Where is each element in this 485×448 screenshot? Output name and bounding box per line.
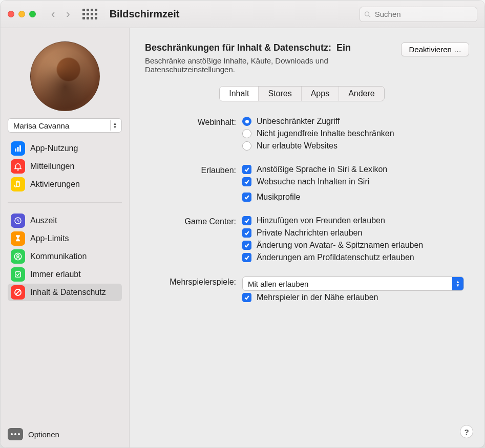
gamecenter-label: Private Nachrichten erlauben [257, 228, 362, 238]
sidebar-item-app-usage[interactable]: App-Nutzung [8, 140, 122, 157]
svg-line-11 [16, 290, 20, 295]
allow-label: Websuche nach Inhalten in Siri [257, 177, 369, 186]
tab-andere[interactable]: Andere [339, 87, 384, 101]
close-window-button[interactable] [8, 11, 14, 17]
gamecenter-checkbox-2[interactable]: Änderung von Avatar- & Spitznamen erlaub… [242, 241, 464, 250]
window-title: Bildschirmzeit [110, 8, 180, 20]
tab-apps[interactable]: Apps [302, 87, 339, 101]
help-button[interactable]: ? [460, 425, 473, 438]
gamecenter-checkbox-1[interactable]: Private Nachrichten erlauben [242, 228, 464, 238]
chevron-updown-icon: ▲▼ [452, 277, 463, 290]
bars-icon [11, 141, 25, 156]
webcontent-option-1[interactable]: Nicht jugendfreie Inhalte beschränken [242, 129, 464, 138]
gamecenter-label: Änderungen am Profildatenschutz erlauben [257, 253, 414, 262]
webcontent-option-0[interactable]: Unbeschränkter Zugriff [242, 117, 464, 126]
toolbar: ‹ › Bildschirmzeit [1, 1, 484, 28]
allow-label: Erlauben: [155, 165, 242, 175]
show-all-prefs-button[interactable] [82, 9, 97, 19]
sidebar-item-app-limits[interactable]: App-Limits [8, 230, 122, 247]
nearby-multiplayer-checkbox[interactable]: Mehrspieler in der Nähe erlauben [242, 293, 464, 302]
pickup-icon [11, 177, 25, 191]
checkbox-icon [242, 193, 251, 202]
bell-icon [11, 159, 25, 174]
svg-rect-4 [19, 145, 21, 152]
content-subheading: Beschränke anstößige Inhalte, Käufe, Dow… [145, 56, 394, 74]
svg-line-1 [369, 15, 370, 17]
content-heading: Beschränkungen für Inhalt & Datenschutz:… [145, 42, 394, 53]
svg-point-8 [17, 254, 19, 257]
radio-icon [242, 141, 251, 151]
multiplayer-select[interactable]: Mit allen erlauben ▲▼ [242, 276, 464, 291]
allow-extra-checkbox-0[interactable]: Musikprofile [242, 193, 464, 202]
tab-inhalt[interactable]: Inhalt [220, 87, 259, 101]
sidebar-item-label: Aktivierungen [30, 180, 80, 189]
checkbox-icon [242, 293, 251, 302]
sidebar-item-always-allowed[interactable]: Immer erlaubt [8, 266, 122, 283]
options-button[interactable]: Optionen [8, 428, 122, 440]
back-button[interactable]: ‹ [51, 9, 55, 20]
sidebar-item-content-privacy[interactable]: Inhalt & Datenschutz [8, 284, 122, 301]
checkbox-icon [242, 177, 251, 186]
allow-checkbox-0[interactable]: Anstößige Sprache in Siri & Lexikon [242, 165, 464, 174]
radio-icon [242, 117, 251, 126]
checkshield-icon [11, 267, 25, 282]
sidebar-item-label: Auszeit [30, 216, 57, 225]
sidebar-item-communication[interactable]: Kommunikation [8, 248, 122, 265]
checkbox-icon [242, 216, 251, 225]
svg-rect-2 [15, 148, 16, 152]
gamecenter-checkbox-3[interactable]: Änderungen am Profildatenschutz erlauben [242, 253, 464, 262]
search-icon [364, 11, 371, 18]
nosign-icon [11, 285, 25, 300]
window-controls [8, 11, 36, 17]
user-select-value: Marisa Cavanna [13, 121, 69, 130]
allow-checkbox-1[interactable]: Websuche nach Inhalten in Siri [242, 177, 464, 186]
sidebar-item-notifications[interactable]: Mitteilungen [8, 158, 122, 175]
gamecenter-label: Game Center: [155, 216, 242, 226]
ellipsis-icon [8, 428, 23, 440]
sidebar-item-label: Immer erlaubt [30, 270, 81, 279]
sidebar-separator [8, 202, 122, 203]
tab-bar: InhaltStoresAppsAndere [219, 86, 384, 101]
sidebar-item-downtime[interactable]: Auszeit [8, 212, 122, 229]
svg-rect-9 [15, 272, 21, 278]
checkbox-icon [242, 228, 251, 238]
multiplayer-select-value: Mit allen erlauben [248, 280, 308, 288]
sidebar-item-label: Mitteilungen [30, 162, 74, 171]
search-input[interactable] [374, 9, 473, 19]
options-label: Optionen [28, 430, 59, 439]
webcontent-option-label: Nicht jugendfreie Inhalte beschränken [257, 129, 394, 138]
sidebar-item-pickups[interactable]: Aktivierungen [8, 176, 122, 193]
svg-point-0 [365, 12, 369, 16]
multiplayer-label: Mehrspielerspiele: [155, 276, 242, 287]
gamecenter-label: Änderung von Avatar- & Spitznamen erlaub… [257, 241, 423, 250]
sidebar-item-label: Kommunikation [30, 252, 87, 261]
allow-label: Anstößige Sprache in Siri & Lexikon [257, 165, 387, 174]
checkbox-icon [242, 253, 251, 262]
sidebar-item-label: App-Limits [30, 234, 69, 243]
chevron-updown-icon: ▲▼ [110, 120, 119, 131]
gamecenter-checkbox-0[interactable]: Hinzufügen von Freunden erlauben [242, 216, 464, 225]
search-field[interactable] [360, 7, 477, 22]
minimize-window-button[interactable] [18, 11, 25, 17]
webcontent-option-2[interactable]: Nur erlaubte Websites [242, 141, 464, 151]
tab-stores[interactable]: Stores [259, 87, 301, 101]
webcontent-option-label: Unbeschränkter Zugriff [257, 117, 340, 126]
clockmoon-icon [11, 214, 25, 228]
prefs-window: ‹ › Bildschirmzeit Marisa Cavanna ▲▼ App… [0, 0, 485, 448]
forward-button[interactable]: › [66, 9, 70, 20]
nav-arrows: ‹ › [51, 9, 70, 20]
sidebar: Marisa Cavanna ▲▼ App-NutzungMitteilunge… [1, 28, 130, 447]
checkbox-icon [242, 165, 251, 174]
person-icon [11, 249, 25, 264]
webcontent-label: Webinhalt: [155, 117, 242, 127]
content-pane: Beschränkungen für Inhalt & Datenschutz:… [130, 28, 484, 447]
hourglass-icon [11, 231, 25, 246]
disable-button[interactable]: Deaktivieren … [401, 42, 469, 56]
sidebar-item-label: Inhalt & Datenschutz [30, 288, 106, 297]
zoom-window-button[interactable] [29, 11, 36, 17]
allow-extra-label: Musikprofile [257, 193, 300, 202]
webcontent-option-label: Nur erlaubte Websites [257, 141, 338, 151]
user-select[interactable]: Marisa Cavanna ▲▼ [8, 118, 122, 133]
svg-rect-3 [17, 147, 19, 152]
checkbox-icon [242, 241, 251, 250]
